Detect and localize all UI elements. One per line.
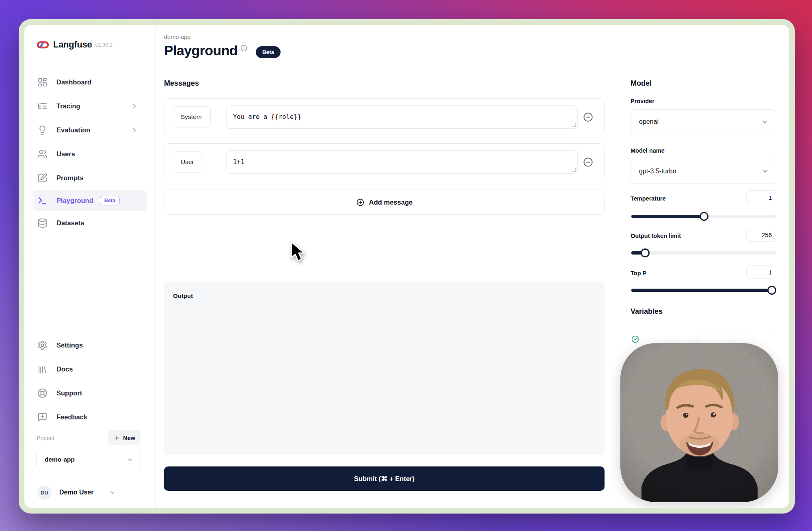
top-p-label: Top P — [631, 270, 646, 276]
variables-heading: Variables — [631, 307, 663, 316]
app-window: Langfuse v2.30.2 Dashboard Tracing — [19, 19, 795, 514]
resize-handle[interactable] — [572, 123, 576, 127]
project-row: Project New — [37, 430, 140, 445]
sidebar-footer-nav: Settings Docs Support Feedback — [24, 333, 155, 429]
plus-circle-icon — [356, 198, 365, 207]
sidebar-nav: Dashboard Tracing Evaluation — [24, 70, 155, 235]
output-token-limit-label: Output token limit — [631, 233, 681, 239]
role-button[interactable]: User — [172, 151, 203, 173]
project-selector[interactable]: demo-app — [36, 450, 140, 469]
edit-icon — [37, 173, 48, 183]
library-icon — [37, 364, 48, 374]
model-name-value: gpt-3.5-turbo — [639, 168, 761, 175]
chevron-down-icon — [761, 118, 769, 125]
temperature-value-input[interactable] — [746, 190, 776, 204]
page-title: Playground — [164, 43, 238, 58]
plus-icon — [114, 435, 120, 441]
gear-icon — [37, 340, 48, 350]
chevron-down-icon — [761, 168, 769, 175]
database-icon — [37, 218, 48, 228]
message-row-system: System You are a {{role}} — [164, 98, 605, 135]
sidebar-item-users[interactable]: Users — [24, 142, 155, 166]
chevron-right-icon — [131, 127, 138, 134]
page-header: Playground Beta — [164, 43, 281, 58]
provider-value: openai — [639, 118, 761, 125]
info-icon[interactable] — [240, 44, 248, 52]
message-plus-icon — [37, 412, 48, 422]
lightbulb-icon — [37, 125, 48, 135]
beta-badge: Beta — [100, 196, 120, 205]
new-project-button[interactable]: New — [108, 430, 140, 445]
sidebar-item-support[interactable]: Support — [24, 381, 155, 405]
user-message-input[interactable]: 1+1 — [226, 150, 578, 174]
user-name: Demo User — [59, 489, 93, 496]
webcam-overlay — [620, 343, 778, 502]
brand-row[interactable]: Langfuse v2.30.2 — [37, 39, 112, 50]
sidebar-item-settings[interactable]: Settings — [24, 333, 155, 357]
temperature-label: Temperature — [631, 195, 666, 202]
sidebar-item-docs[interactable]: Docs — [24, 357, 155, 381]
sidebar-item-playground[interactable]: Playground Beta — [32, 190, 147, 211]
slider-thumb[interactable] — [641, 248, 650, 257]
check-circle-icon — [631, 335, 639, 343]
project-label: Project — [37, 435, 54, 441]
system-message-input[interactable]: You are a {{role}} — [226, 105, 578, 129]
provider-label: Provider — [631, 98, 654, 104]
avatar: DU — [37, 486, 52, 500]
role-button[interactable]: System — [172, 106, 211, 127]
submit-button[interactable]: Submit (⌘ + Enter) — [164, 466, 605, 491]
output-panel: Output — [164, 282, 605, 455]
remove-message-button[interactable] — [583, 112, 594, 123]
sidebar-item-prompts[interactable]: Prompts — [24, 166, 155, 190]
lifebuoy-icon — [37, 388, 48, 398]
sidebar-item-evaluation[interactable]: Evaluation — [24, 118, 155, 142]
slider-thumb[interactable] — [700, 212, 708, 221]
top-p-value-input[interactable] — [746, 265, 776, 279]
remove-message-button[interactable] — [583, 157, 594, 168]
sidebar-item-feedback[interactable]: Feedback — [24, 405, 155, 429]
messages-heading: Messages — [164, 79, 199, 88]
dashboard-icon — [37, 77, 48, 87]
langfuse-logo-icon — [37, 40, 49, 50]
tracing-icon — [37, 101, 48, 111]
resize-handle[interactable] — [572, 168, 576, 172]
temperature-slider[interactable] — [631, 212, 776, 221]
breadcrumb[interactable]: demo-app — [164, 34, 190, 40]
output-token-limit-value-input[interactable] — [746, 228, 776, 242]
project-selector-value: demo-app — [45, 456, 127, 463]
slider-thumb[interactable] — [767, 286, 776, 295]
main-content: demo-app Playground Beta Messages System… — [164, 25, 605, 508]
chevron-down-icon — [127, 456, 134, 463]
user-menu[interactable]: DU Demo User — [37, 483, 116, 502]
langfuse-app: Langfuse v2.30.2 Dashboard Tracing — [24, 25, 789, 508]
top-p-slider[interactable] — [631, 286, 776, 295]
sidebar: Langfuse v2.30.2 Dashboard Tracing — [24, 25, 155, 508]
model-name-select[interactable]: gpt-3.5-turbo — [631, 159, 776, 184]
model-name-label: Model name — [631, 147, 665, 154]
message-row-user: User 1+1 — [164, 143, 605, 180]
brand-name: Langfuse — [53, 39, 92, 50]
sidebar-item-tracing[interactable]: Tracing — [24, 94, 155, 118]
users-icon — [37, 149, 48, 159]
output-token-limit-slider[interactable] — [631, 248, 776, 257]
sidebar-item-dashboard[interactable]: Dashboard — [24, 70, 155, 94]
terminal-icon — [37, 196, 48, 206]
app-version: v2.30.2 — [95, 42, 112, 48]
beta-badge: Beta — [256, 46, 281, 58]
provider-select[interactable]: openai — [631, 109, 776, 134]
model-heading: Model — [631, 79, 652, 88]
output-label: Output — [173, 292, 193, 299]
sidebar-item-datasets[interactable]: Datasets — [24, 211, 155, 235]
chevron-right-icon — [131, 103, 138, 110]
add-message-button[interactable]: Add message — [164, 190, 605, 215]
chevron-down-icon — [109, 489, 116, 496]
